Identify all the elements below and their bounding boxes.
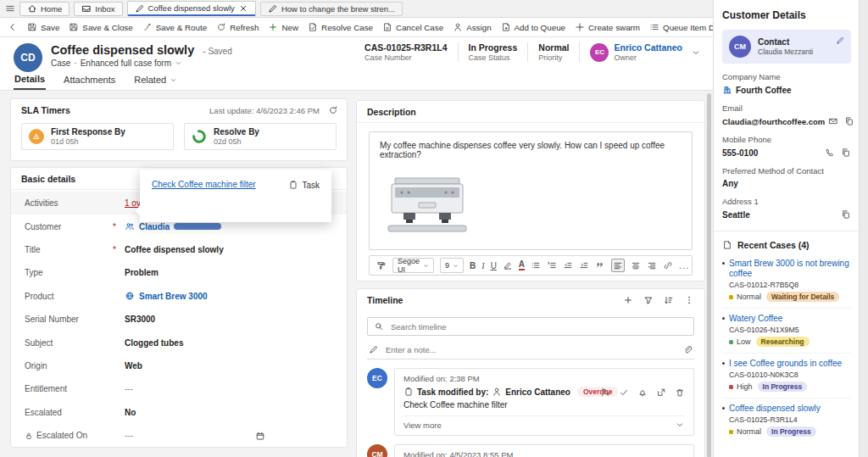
cancel-case-button[interactable]: Cancel Case [378,20,448,34]
close-icon[interactable] [238,3,248,14]
preferred-method-value[interactable]: Any [722,179,738,188]
timeline-note-row[interactable] [367,340,694,359]
italic-button[interactable]: I [481,261,484,270]
copy-icon[interactable] [844,116,854,126]
owner-stat[interactable]: EC Enrico Cattaneo Owner [579,42,682,62]
sla-refresh-icon[interactable] [328,105,338,115]
company-link[interactable]: Fourth Coffee [736,86,792,95]
tab-kb-article[interactable]: How to change the brew stren... [260,2,403,16]
font-size-select[interactable]: 9 [440,258,464,273]
assign-button[interactable]: Assign [448,20,495,34]
origin-value[interactable]: Web [125,361,142,371]
timeline-more-icon[interactable] [684,295,694,305]
entry-body: Check Coffee machine filter [403,400,685,410]
delete-trash-icon[interactable] [675,387,685,398]
highlight-icon[interactable] [503,260,513,270]
save-button[interactable]: Save [23,20,64,34]
timeline-filter-icon[interactable] [643,295,654,305]
format-painter-icon[interactable] [376,260,387,270]
contact-name[interactable]: Claudia Mezzanti [758,47,813,56]
timeline-entry-card[interactable]: Modified on: 2:38 PM Task modified by: E… [394,368,694,436]
view-more[interactable]: View more [403,415,685,430]
tab-details[interactable]: Details [14,70,46,90]
entitlement-value[interactable]: --- [125,384,133,393]
sla-resolve-by-card[interactable]: Resolve By 02d 05h [184,123,337,150]
customer-link[interactable]: Claudia [139,222,170,231]
note-input[interactable] [384,344,677,355]
timeline-entry-card[interactable]: Modified on: 4/5/2023 8:55 PM Live chat … [394,444,694,457]
save-and-close-button[interactable]: Save & Close [64,20,136,34]
subject-value[interactable]: Clogged tubes [125,338,183,348]
owner-name[interactable]: Enrico Cattaneo [614,42,682,53]
assign-icon[interactable] [600,387,610,398]
serial-number-value[interactable]: SR3000 [125,315,155,324]
bullet-list-icon[interactable] [531,260,541,270]
add-to-queue-button[interactable]: Add to Queue [497,20,570,34]
align-left-button[interactable] [611,259,625,272]
case-link[interactable]: Coffee dispensed slowly [729,404,821,414]
insert-link-icon[interactable] [663,260,673,270]
bold-button[interactable]: B [470,261,476,270]
font-family-select[interactable]: Segoe UI [392,258,434,273]
address-value[interactable]: Seattle [722,210,750,220]
send-email-icon[interactable] [828,116,838,126]
increase-indent-icon[interactable] [579,260,589,270]
sla-first-response-card[interactable]: First Response By 01d 05h [21,123,174,150]
numbered-list-icon[interactable] [547,260,557,270]
open-record-icon[interactable] [656,387,666,398]
title-value[interactable]: Coffee dispensed slowly [125,245,224,254]
case-link[interactable]: Smart Brew 3000 is not brewing coffee [729,259,851,279]
tab-attachments[interactable]: Attachments [63,70,116,90]
toolbar-overflow-button[interactable]: ... [679,260,689,270]
align-right-button[interactable] [647,260,657,270]
case-link[interactable]: Watery Coffee [729,314,782,324]
product-link[interactable]: Smart Brew 3000 [139,292,208,301]
decrease-indent-icon[interactable] [563,260,573,270]
attach-paperclip-icon[interactable] [682,344,693,354]
create-swarm-button[interactable]: Create swarm [570,20,644,34]
case-link[interactable]: I see Coffee grounds in coffee [729,359,842,369]
save-close-icon [69,22,79,32]
blockquote-icon[interactable] [595,260,605,270]
escalated-on-value[interactable]: --- [125,431,133,440]
form-selector[interactable]: Enhanced full case form [81,59,171,68]
hamburger-menu-icon[interactable] [5,3,15,14]
vertical-scrollbar[interactable] [707,93,711,457]
timeline-add-icon[interactable] [623,295,633,305]
save-route-icon [142,22,153,32]
tab-related[interactable]: Related [133,70,178,90]
resolve-case-button[interactable]: Resolve Case [303,20,377,34]
complete-check-icon[interactable] [619,387,629,398]
header-expand-chevron-icon[interactable] [691,47,701,58]
copy-icon[interactable] [841,148,851,158]
font-color-button[interactable]: A [519,260,525,270]
tab-case-active[interactable]: Coffee dispensed slowly [127,1,256,16]
notification-bell-icon[interactable] [637,387,648,398]
chevron-down-icon [423,263,429,269]
tab-inbox[interactable]: Inbox [74,2,122,16]
timeline-search-input[interactable] [389,321,687,332]
copy-icon[interactable] [841,209,851,220]
refresh-button[interactable]: Refresh [212,20,263,34]
escalated-value[interactable]: No [125,408,136,417]
align-center-button[interactable] [631,260,641,270]
underline-button[interactable]: U [491,261,497,270]
back-button[interactable] [3,20,22,34]
type-value[interactable]: Problem [125,268,159,277]
phone-icon[interactable] [825,148,835,158]
new-button[interactable]: New [264,20,303,34]
recent-case-item: I see Coffee grounds in coffee CAS-01010… [722,354,851,398]
timeline-expand-records-icon[interactable] [664,295,674,305]
timeline-search[interactable] [367,317,694,336]
save-and-route-button[interactable]: Save & Route [138,20,211,34]
chevron-down-icon[interactable] [175,59,182,67]
tab-home[interactable]: Home [19,2,70,16]
calendar-icon[interactable] [255,431,265,441]
chevron-down-icon[interactable] [675,420,685,430]
overdue-task-link[interactable]: Check Coffee machine filter [152,180,256,189]
contact-card[interactable]: CM Contact Claudia Mezzanti [722,30,851,64]
email-value[interactable]: Claudia@fourthcoffee.com [722,117,825,126]
edit-contact-icon[interactable] [836,36,845,45]
mobile-phone-value[interactable]: 555-0100 [722,148,758,158]
description-editor[interactable]: My coffee machine dispenses coffee very … [369,131,693,250]
